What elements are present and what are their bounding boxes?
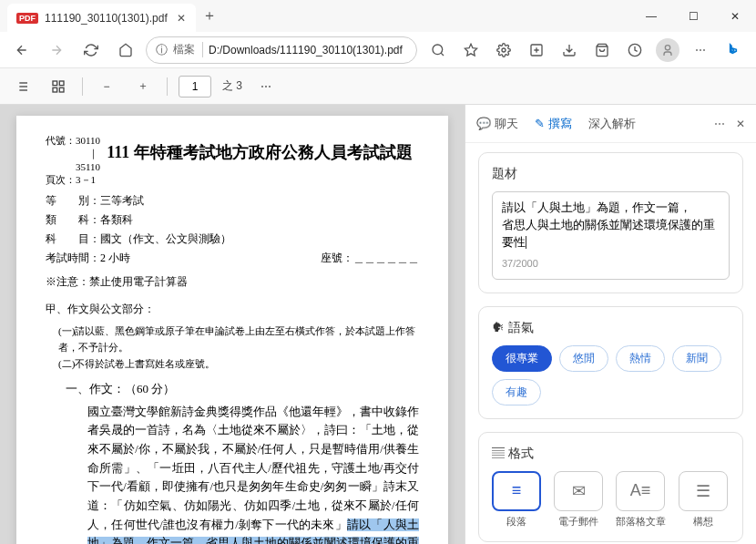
topic-card: 題材 請以「人與土地」為題，作文一篇， 省思人與土地的關係並闡述環境保護的重要性… bbox=[478, 152, 743, 293]
close-window-button[interactable]: ✕ bbox=[714, 0, 756, 32]
tone-casual[interactable]: 悠閒 bbox=[559, 345, 608, 372]
instruction-1: (一)請以藍、黑色鋼筆或原子筆在申論試卷上由左至右橫式作答，於本試題上作答者，不… bbox=[46, 323, 419, 355]
exam-level: 等 別：三等考試 bbox=[46, 192, 419, 210]
char-count: 37/2000 bbox=[502, 256, 720, 272]
forward-button[interactable] bbox=[42, 36, 71, 65]
pdf-toolbar: − ＋ 之 3 ⋯ bbox=[0, 68, 756, 105]
svg-rect-14 bbox=[53, 87, 57, 92]
zoom-out-icon[interactable]: − bbox=[94, 74, 119, 99]
main-area: 代號：30110 ｜ 35110 頁次：3－1 111 年特種考試地方政府公務人… bbox=[0, 105, 756, 544]
downloads-icon[interactable] bbox=[554, 36, 585, 65]
home-button[interactable] bbox=[111, 36, 140, 65]
file-prefix: 檔案 bbox=[173, 42, 203, 57]
panel-body: 題材 請以「人與土地」為題，作文一篇， 省思人與土地的關係並闡述環境保護的重要性… bbox=[465, 143, 756, 544]
tone-professional[interactable]: 很專業 bbox=[492, 345, 552, 372]
tone-card: 🗣 語氣 很專業 悠閒 熱情 新聞 有趣 bbox=[478, 306, 743, 419]
page-total-label: 之 3 bbox=[222, 78, 242, 94]
seat-number: 座號：＿＿＿＿＿＿ bbox=[321, 250, 419, 268]
bing-chat-icon[interactable] bbox=[718, 36, 749, 65]
format-paragraph[interactable]: ≡段落 bbox=[492, 471, 541, 529]
panel-tabs: 💬聊天 ✎撰寫 深入解析 ⋯ ✕ bbox=[465, 105, 756, 143]
exam-subject: 科 目：國文（作文、公文與測驗） bbox=[46, 231, 419, 249]
format-ideas[interactable]: ☰構想 bbox=[679, 471, 728, 529]
refresh-button[interactable] bbox=[77, 36, 106, 65]
tone-funny[interactable]: 有趣 bbox=[492, 379, 541, 405]
format-blog[interactable]: A≡部落格文章 bbox=[616, 471, 666, 529]
ideas-icon: ☰ bbox=[679, 471, 728, 511]
minimize-button[interactable]: — bbox=[630, 0, 672, 32]
tab-compose[interactable]: ✎撰寫 bbox=[535, 116, 572, 132]
question-1-body[interactable]: 國立臺灣文學館新詩金典獎得獎作品《他還年輕》，書中收錄作者吳晟的一首詩，名為〈土… bbox=[46, 403, 419, 544]
title-bar: PDF 111190_30110(1301).pdf ✕ ＋ — ☐ ✕ bbox=[0, 0, 756, 32]
close-tab-icon[interactable]: ✕ bbox=[174, 11, 189, 26]
topic-input[interactable]: 請以「人與土地」為題，作文一篇， 省思人與土地的關係並闡述環境保護的重要性 37… bbox=[492, 191, 730, 280]
back-button[interactable] bbox=[7, 36, 36, 65]
topic-label: 題材 bbox=[492, 166, 730, 182]
browser-tab[interactable]: PDF 111190_30110(1301).pdf ✕ bbox=[7, 4, 196, 32]
format-card: ▤ 格式 ≡段落 ✉電子郵件 A≡部落格文章 ☰構想 bbox=[478, 432, 743, 542]
tab-title: 111190_30110(1301).pdf bbox=[45, 12, 168, 25]
blog-icon: A≡ bbox=[616, 471, 665, 511]
extensions-icon[interactable] bbox=[488, 36, 519, 65]
menu-button[interactable]: ⋯ bbox=[685, 36, 716, 65]
performance-icon[interactable] bbox=[619, 36, 650, 65]
zoom-in-icon[interactable]: ＋ bbox=[130, 74, 156, 99]
table-of-contents-icon[interactable] bbox=[9, 74, 35, 99]
panel-close-icon[interactable]: ✕ bbox=[736, 118, 745, 130]
window-controls: — ☐ ✕ bbox=[630, 0, 756, 32]
calculator-note: ※注意：禁止使用電子計算器 bbox=[46, 273, 419, 292]
paragraph-icon: ≡ bbox=[492, 471, 541, 511]
tone-enthusiastic[interactable]: 熱情 bbox=[616, 345, 665, 372]
svg-point-1 bbox=[502, 48, 506, 52]
format-email[interactable]: ✉電子郵件 bbox=[554, 471, 603, 529]
exam-duration: 考試時間：2 小時座號：＿＿＿＿＿＿ bbox=[46, 250, 419, 268]
exam-category: 類 科：各類科 bbox=[46, 211, 419, 230]
svg-point-4 bbox=[665, 45, 669, 49]
chat-icon: 💬 bbox=[476, 117, 491, 130]
svg-point-0 bbox=[433, 45, 443, 55]
tab-chat[interactable]: 💬聊天 bbox=[476, 116, 518, 132]
tone-label: 🗣 語氣 bbox=[492, 320, 730, 336]
instruction-2: (二)不得於試卷上書寫姓名或座號。 bbox=[46, 355, 419, 372]
exam-code: 代號：30110 ｜ 35110 頁次：3－1 bbox=[46, 134, 100, 186]
thumbnails-icon[interactable] bbox=[46, 74, 71, 99]
pdf-viewer[interactable]: 代號：30110 ｜ 35110 頁次：3－1 111 年特種考試地方政府公務人… bbox=[0, 105, 465, 544]
page-number-input[interactable] bbox=[179, 76, 211, 98]
question-1-head: 一、作文：（60 分） bbox=[66, 379, 419, 398]
address-field[interactable]: ⓘ 檔案 D:/Downloads/111190_30110(1301).pdf bbox=[146, 36, 417, 64]
search-icon[interactable] bbox=[423, 36, 454, 65]
section-a-head: 甲、作文與公文部分： bbox=[46, 301, 419, 319]
svg-rect-12 bbox=[59, 81, 64, 86]
more-options-icon[interactable]: ⋯ bbox=[253, 74, 279, 99]
new-tab-button[interactable]: ＋ bbox=[196, 0, 223, 32]
address-bar: ⓘ 檔案 D:/Downloads/111190_30110(1301).pdf… bbox=[0, 32, 756, 68]
pdf-icon: PDF bbox=[16, 13, 38, 24]
favorite-icon[interactable] bbox=[455, 36, 486, 65]
shopping-icon[interactable] bbox=[587, 36, 618, 65]
email-icon: ✉ bbox=[554, 471, 603, 511]
info-icon[interactable]: ⓘ bbox=[156, 42, 168, 58]
tone-news[interactable]: 新聞 bbox=[672, 345, 721, 372]
document-title: 111 年特種考試地方政府公務人員考試試題 bbox=[100, 139, 419, 167]
compose-icon: ✎ bbox=[535, 117, 545, 130]
svg-rect-11 bbox=[53, 81, 57, 86]
pdf-page: 代號：30110 ｜ 35110 頁次：3－1 111 年特種考試地方政府公務人… bbox=[16, 116, 448, 544]
maximize-button[interactable]: ☐ bbox=[672, 0, 714, 32]
profile-avatar[interactable] bbox=[652, 36, 683, 65]
panel-menu-icon[interactable]: ⋯ bbox=[714, 118, 725, 130]
compose-panel: 💬聊天 ✎撰寫 深入解析 ⋯ ✕ 題材 請以「人與土地」為題，作文一篇， 省思人… bbox=[465, 105, 756, 544]
tab-insights[interactable]: 深入解析 bbox=[588, 116, 636, 132]
svg-rect-13 bbox=[59, 87, 64, 92]
url-text: D:/Downloads/111190_30110(1301).pdf bbox=[209, 44, 407, 56]
format-label: ▤ 格式 bbox=[492, 446, 730, 462]
collections-icon[interactable] bbox=[521, 36, 552, 65]
